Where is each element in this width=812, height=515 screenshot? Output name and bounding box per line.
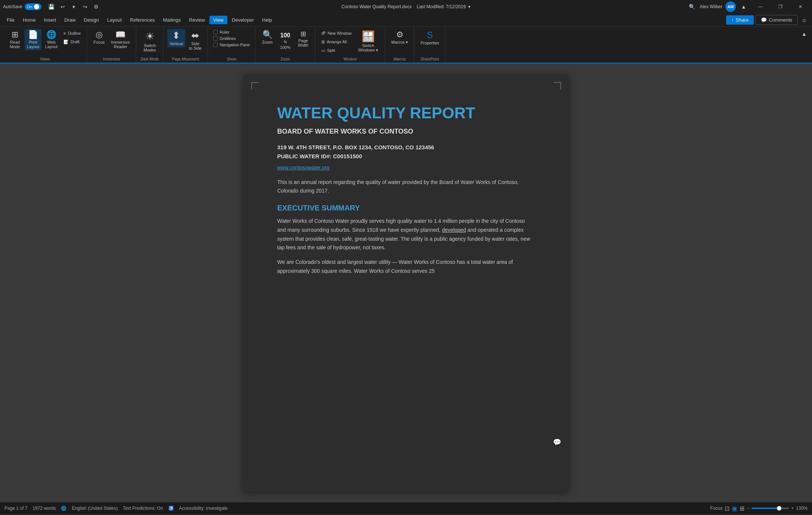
focus-button-status[interactable]: Focus	[710, 506, 723, 511]
close-button[interactable]: ✕	[792, 0, 809, 13]
page-corner-tl	[251, 82, 259, 90]
document-address: 319 W. 4TH STREET, P.O. BOX 1234, CONTOS…	[277, 143, 535, 161]
views-content: ⊞ ReadMode 📄 PrintLayout 🌐 WebLayout ≡ O…	[7, 29, 83, 57]
zoom-percent-button[interactable]: 100 % 100%	[277, 29, 293, 51]
minimize-button[interactable]: —	[752, 0, 769, 13]
immersive-reader-button[interactable]: 📖 ImmersiveReader	[109, 29, 132, 50]
outline-label: Outline	[68, 31, 81, 35]
sharepoint-content: S Properties	[418, 29, 441, 57]
ribbon-collapse-button[interactable]: ▲	[799, 29, 809, 39]
text-predictions[interactable]: Text Predictions: On	[123, 506, 163, 511]
menu-view[interactable]: View	[209, 16, 227, 24]
view-mode-icon2[interactable]: ▣	[732, 505, 737, 512]
document-title-bar: Contoso Water Quality Report.docx Last M…	[342, 4, 471, 9]
zoom-percent-status[interactable]: 130%	[796, 506, 808, 511]
zoom-bar: Focus ⊡ ▣ ⊞ − + 130%	[710, 505, 808, 512]
window-group-label: Window	[319, 57, 381, 63]
focus-label: Focus	[93, 40, 105, 44]
menu-draw[interactable]: Draw	[60, 16, 79, 24]
split-button[interactable]: ▭ Split	[319, 46, 337, 54]
accessibility-icon: ♿	[168, 506, 174, 511]
draft-icon: 📝	[63, 40, 69, 44]
switch-windows-button[interactable]: 🪟 SwitchWindows ▾	[355, 29, 381, 55]
ribbon-group-dark-mode: ☀ SwitchModes Dark Mode	[136, 27, 164, 63]
redo-icon[interactable]: ↪	[80, 2, 90, 12]
gridlines-label: Gridlines	[220, 36, 236, 41]
switch-modes-label: SwitchModes	[144, 43, 156, 52]
show-content: Ruler Gridlines Navigation Pane	[212, 29, 251, 57]
navigation-pane-label: Navigation Pane	[220, 43, 250, 47]
properties-button[interactable]: S Properties	[418, 29, 441, 47]
draft-button[interactable]: 📝 Draft	[61, 38, 82, 46]
outline-icon: ≡	[63, 31, 66, 35]
comments-icon: 💬	[761, 17, 767, 23]
word-count: 1972 words	[32, 506, 56, 511]
macros-button[interactable]: ⚙ Macros ▾	[389, 29, 410, 46]
new-window-button[interactable]: 🗗 New Window	[319, 29, 354, 37]
undo-icon[interactable]: ↩	[58, 2, 68, 12]
ruler-checkbox[interactable]: Ruler	[212, 29, 231, 35]
menu-home[interactable]: Home	[19, 16, 40, 24]
ribbon-group-page-movement: ⬍ Vertical ⬌ Sideto Side Page Movement	[164, 27, 208, 63]
zoom-content: 🔍 Zoom 100 % 100% ⊞ PageWidth	[259, 29, 311, 57]
menu-file[interactable]: File	[3, 16, 18, 24]
search-icon[interactable]: 🔍	[687, 2, 697, 12]
save-icon[interactable]: 💾	[47, 2, 56, 12]
view-mode-icon3[interactable]: ⊞	[740, 505, 744, 512]
accessibility-icon[interactable]: ☺	[799, 15, 809, 25]
web-layout-button[interactable]: 🌐 WebLayout	[43, 29, 60, 50]
menu-help[interactable]: Help	[258, 16, 276, 24]
accessibility-label[interactable]: Accessibility: Investigate	[179, 506, 228, 511]
zoom-percent-sign: %	[284, 40, 287, 44]
ribbon-group-zoom: 🔍 Zoom 100 % 100% ⊞ PageWidth Zoom	[255, 27, 315, 63]
page-width-icon: ⊞	[301, 31, 306, 37]
title-bar: AutoSave On 💾 ↩ ▾ ↪ ⚙ Contoso Water Qual…	[0, 0, 812, 13]
zoom-plus-button[interactable]: +	[791, 506, 794, 511]
comment-bubble[interactable]: 💬	[553, 438, 561, 446]
zoom-slider-thumb	[777, 506, 781, 511]
print-layout-label: PrintLayout	[27, 40, 39, 49]
switch-modes-icon: ☀	[145, 31, 155, 42]
more-tools-icon[interactable]: ⚙	[91, 2, 101, 12]
vertical-button[interactable]: ⬍ Vertical	[167, 29, 185, 47]
document-website[interactable]: www.contosowater.org	[277, 165, 535, 171]
page-width-button[interactable]: ⊞ PageWidth	[295, 29, 311, 49]
arrange-all-button[interactable]: ⊞ Arrange All	[319, 38, 349, 46]
restore-button[interactable]: ❐	[772, 0, 789, 13]
dark-mode-group-label: Dark Mode	[140, 57, 159, 63]
gridlines-checkbox[interactable]: Gridlines	[212, 35, 237, 41]
menu-developer[interactable]: Developer	[228, 16, 258, 24]
menu-design[interactable]: Design	[80, 16, 103, 24]
autosave-toggle[interactable]: On	[25, 3, 41, 10]
read-mode-button[interactable]: ⊞ ReadMode	[7, 29, 23, 50]
comments-button[interactable]: 💬 Comments	[755, 15, 798, 25]
navigation-pane-checkbox[interactable]: Navigation Pane	[212, 42, 251, 48]
read-mode-icon: ⊞	[12, 31, 18, 39]
print-layout-button[interactable]: 📄 PrintLayout	[25, 29, 41, 50]
web-layout-icon: 🌐	[46, 31, 56, 39]
immersive-content: ◎ Focus 📖 ImmersiveReader	[91, 29, 132, 57]
side-to-side-button[interactable]: ⬌ Sideto Side	[187, 29, 204, 52]
menu-insert[interactable]: Insert	[40, 16, 60, 24]
focus-icon: ◎	[96, 31, 103, 39]
zoom-slider-track[interactable]	[752, 508, 789, 509]
outline-button[interactable]: ≡ Outline	[61, 29, 83, 37]
switch-modes-button[interactable]: ☀ SwitchModes	[140, 29, 159, 54]
outline-draft-group: ≡ Outline 📝 Draft	[61, 29, 83, 46]
view-mode-icon1[interactable]: ⊡	[725, 505, 729, 512]
focus-button[interactable]: ◎ Focus	[91, 29, 107, 46]
document-page: WATER QUALITY REPORT BOARD OF WATER WORK…	[244, 75, 569, 491]
ribbon-icon[interactable]: ▲	[739, 2, 749, 12]
switch-windows-icon: 🪟	[362, 31, 375, 42]
menu-layout[interactable]: Layout	[103, 16, 125, 24]
immersive-reader-label: ImmersiveReader	[111, 40, 130, 49]
menu-references[interactable]: References	[126, 16, 158, 24]
undo-dropdown-icon[interactable]: ▾	[69, 2, 79, 12]
ribbon-group-immersive: ◎ Focus 📖 ImmersiveReader Immersive	[87, 27, 136, 63]
share-button[interactable]: ↑ Share	[726, 15, 754, 25]
zoom-minus-button[interactable]: −	[747, 506, 749, 511]
zoom-button[interactable]: 🔍 Zoom	[259, 29, 276, 46]
menu-mailings[interactable]: Mailings	[159, 16, 185, 24]
autosave-on-label: On	[27, 4, 32, 9]
menu-review[interactable]: Review	[185, 16, 209, 24]
